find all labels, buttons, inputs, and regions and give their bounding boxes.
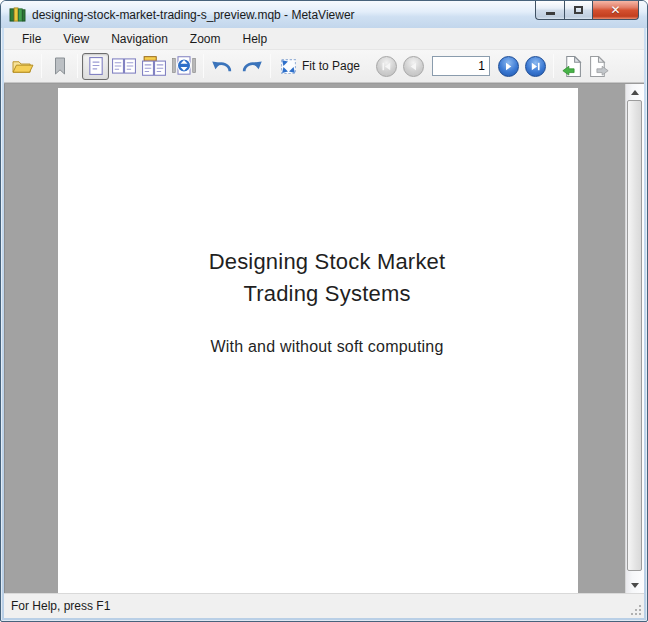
- toolbar-separator: [270, 54, 271, 78]
- book-title-line1: Designing Stock Market: [76, 246, 578, 278]
- close-button[interactable]: ✕: [593, 1, 639, 20]
- document-canvas[interactable]: Designing Stock Market Trading Systems W…: [4, 84, 625, 593]
- minimize-button[interactable]: [535, 1, 564, 20]
- single-page-view-button[interactable]: [82, 53, 109, 80]
- maximize-icon: [574, 6, 583, 14]
- scroll-up-icon: [631, 90, 639, 95]
- menu-view[interactable]: View: [52, 28, 100, 49]
- fit-to-page-label: Fit to Page: [302, 59, 360, 73]
- resize-grip[interactable]: [630, 604, 642, 616]
- status-bar: For Help, press F1: [4, 593, 644, 618]
- scrollbar-thumb[interactable]: [627, 100, 642, 571]
- menu-bar: File View Navigation Zoom Help: [4, 28, 644, 50]
- book-title-line2: Trading Systems: [76, 278, 578, 310]
- menu-navigation[interactable]: Navigation: [100, 28, 179, 49]
- last-page-icon: [529, 60, 542, 73]
- app-books-icon: [9, 7, 26, 22]
- facing-pages-view-button[interactable]: [109, 53, 139, 80]
- next-page-button[interactable]: [498, 56, 519, 77]
- history-forward-icon: [589, 56, 609, 77]
- last-page-button[interactable]: [525, 56, 546, 77]
- first-page-button[interactable]: [376, 56, 397, 77]
- history-back-button[interactable]: [558, 53, 585, 80]
- toolbar-separator: [41, 54, 42, 78]
- rotate-left-icon: [211, 57, 234, 76]
- rotate-right-icon: [240, 57, 263, 76]
- toolbar-separator: [553, 54, 554, 78]
- history-back-icon: [562, 56, 582, 77]
- bookmark-icon: [53, 57, 67, 76]
- client-area: File View Navigation Zoom Help: [1, 28, 647, 621]
- page-text-block: Designing Stock Market Trading Systems W…: [58, 246, 578, 356]
- scroll-down-button[interactable]: [626, 577, 644, 593]
- rotate-left-button[interactable]: [208, 53, 237, 80]
- toolbar-separator: [77, 54, 78, 78]
- document-area: Designing Stock Market Trading Systems W…: [4, 83, 644, 593]
- bookmark-button[interactable]: [46, 53, 73, 80]
- window-controls: ✕: [535, 1, 639, 20]
- document-page: Designing Stock Market Trading Systems W…: [58, 88, 578, 593]
- history-forward-button[interactable]: [585, 53, 612, 80]
- scroll-down-icon: [631, 583, 639, 588]
- continuous-view-button[interactable]: [169, 53, 199, 80]
- toolbar: Fit to Page: [4, 50, 644, 83]
- status-text: For Help, press F1: [11, 599, 110, 613]
- title-bar[interactable]: designing-stock-market-trading-s_preview…: [1, 1, 647, 28]
- continuous-view-icon: [172, 56, 196, 76]
- fit-to-page-control[interactable]: Fit to Page: [275, 53, 365, 80]
- page-number-input[interactable]: [432, 56, 490, 76]
- facing-pages-view-icon: [112, 57, 136, 75]
- open-file-button[interactable]: [8, 53, 37, 80]
- single-page-view-icon: [87, 57, 105, 75]
- window-title: designing-stock-market-trading-s_preview…: [32, 8, 355, 22]
- first-page-icon: [380, 60, 393, 73]
- next-page-icon: [502, 60, 515, 73]
- rotate-right-button[interactable]: [237, 53, 266, 80]
- book-view-button[interactable]: [139, 53, 169, 80]
- menu-file[interactable]: File: [11, 28, 52, 49]
- previous-page-icon: [407, 60, 420, 73]
- metaviewer-window: designing-stock-market-trading-s_preview…: [0, 0, 648, 622]
- menu-zoom[interactable]: Zoom: [179, 28, 232, 49]
- scroll-up-button[interactable]: [626, 84, 644, 100]
- minimize-icon: [546, 12, 555, 15]
- vertical-scrollbar[interactable]: [625, 84, 644, 593]
- book-subtitle: With and without soft computing: [76, 338, 578, 356]
- book-view-icon: [142, 56, 166, 76]
- open-folder-icon: [11, 57, 34, 76]
- close-icon: ✕: [610, 4, 620, 16]
- menu-help[interactable]: Help: [232, 28, 279, 49]
- maximize-button[interactable]: [564, 1, 593, 20]
- book-title: Designing Stock Market Trading Systems: [76, 246, 578, 310]
- toolbar-separator: [203, 54, 204, 78]
- fit-to-page-icon: [280, 58, 297, 75]
- previous-page-button[interactable]: [403, 56, 424, 77]
